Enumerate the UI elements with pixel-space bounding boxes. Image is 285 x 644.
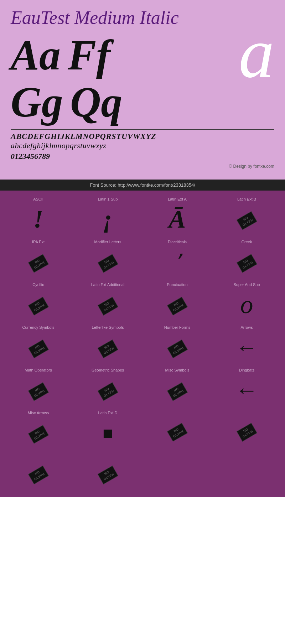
glyph-cell-empty3: NOGLYPH (4, 451, 73, 493)
glyph-cell-cyrillic: Cyrillic NOGLYPH (4, 280, 73, 322)
no-glyph-badge: NOGLYPH (236, 423, 257, 442)
glyph-cell-arrows: Arrows ← (212, 322, 281, 365)
glyph-label: Greek (242, 240, 252, 244)
alphabet-lowercase: abcdefghijklmnopqrstuvwxyz (11, 141, 274, 150)
no-glyph-badge: NOGLYPH (28, 297, 48, 316)
no-glyph-badge: NOGLYPH (97, 340, 118, 359)
no-glyph-badge: NOGLYPH (236, 212, 257, 230)
glyph-label: Letterlike Symbols (92, 325, 124, 329)
specimen-aa: Aa (11, 32, 61, 79)
glyph-label: Latin Ext D (98, 411, 118, 415)
glyph-char-square: ■ (103, 417, 113, 448)
glyph-char-comma: ʼ (174, 246, 181, 277)
glyph-cell-numberforms: Number Forms NOGLYPH (142, 322, 212, 365)
no-glyph-badge: NOGLYPH (28, 466, 48, 485)
no-glyph-badge: NOGLYPH (97, 297, 118, 316)
glyph-label: Modifier Letters (94, 240, 121, 244)
specimen-qq: Qq (70, 79, 123, 126)
glyphs-section: ASCII ! Latin 1 Sup ¡ Latin Ext A Ā Lati… (0, 191, 285, 497)
glyph-cell-letterlike: Letterlike Symbols NOGLYPH (73, 322, 142, 365)
glyph-label: Latin Ext B (237, 197, 256, 201)
glyph-cell-superandsub: Super And Sub o (212, 280, 281, 322)
specimen-ff: Ff (68, 32, 110, 79)
glyph-cell-punctuation: Punctuation NOGLYPH (142, 280, 212, 322)
glyph-char-arrow: ← (236, 332, 258, 363)
glyph-cell-currency: Currency Symbols NOGLYPH (4, 322, 73, 365)
glyph-label: ASCII (33, 197, 43, 201)
glyph-char-exclaim: ! (33, 203, 43, 235)
credit: © Design by fontke.com (11, 164, 274, 169)
glyph-cell-miscsymbols: Misc Symbols NOGLYPH (142, 365, 212, 408)
numbers-row: 0123456789 (11, 152, 274, 161)
glyph-label: Latin Ext A (168, 197, 187, 201)
glyph-label: Currency Symbols (22, 325, 55, 329)
glyph-cell-ipaext: IPA Ext NOGLYPH (4, 237, 73, 280)
glyph-cell-modletters: Modifier Letters NOGLYPH (73, 237, 142, 280)
glyph-cell-empty1: NOGLYPH (142, 408, 212, 451)
top-section: EauTest Medium Italic Aa Ff Gg Qq a ABCD… (0, 0, 285, 180)
font-source-bar: Font Source: http://www.fontke.com/font/… (0, 180, 285, 191)
glyph-label: IPA Ext (32, 240, 45, 244)
glyph-label: Misc Symbols (165, 368, 190, 372)
no-glyph-badge: NOGLYPH (28, 254, 48, 273)
alphabet-uppercase: ABCDEFGHIJKLMNOPQRSTUVWXYZ (11, 132, 274, 141)
glyph-cell-latinexta: Latin Ext A Ā (142, 194, 212, 237)
glyph-char-zero: o (240, 289, 253, 320)
glyph-label: Diacriticals (168, 240, 187, 244)
no-glyph-badge: NOGLYPH (167, 340, 187, 359)
no-glyph-badge: NOGLYPH (97, 254, 118, 273)
no-glyph-badge: NOGLYPH (28, 340, 48, 359)
specimen-gg: Gg (11, 79, 63, 126)
glyph-label: Geometric Shapes (92, 368, 124, 372)
glyph-cell-mathops: Math Operators NOGLYPH (4, 365, 73, 408)
glyph-label: Punctuation (167, 282, 187, 287)
glyph-label: Latin Ext Additional (91, 282, 125, 287)
glyph-cell-empty2: NOGLYPH (212, 408, 281, 451)
glyph-label: Latin 1 Sup (98, 197, 118, 201)
glyph-char-invexclaim: ¡ (103, 203, 113, 235)
glyph-cell-miscarrows: Misc Arrows NOGLYPH (4, 408, 73, 451)
no-glyph-badge: NOGLYPH (97, 383, 118, 401)
glyph-char-amacron: Ā (169, 203, 186, 235)
glyph-label: Misc Arrows (28, 411, 49, 415)
no-glyph-badge: NOGLYPH (167, 423, 187, 442)
glyph-cell-empty4: NOGLYPH (73, 451, 142, 493)
glyph-cell-latinextadd: Latin Ext Additional NOGLYPH (73, 280, 142, 322)
glyph-cell-geoshapes: Geometric Shapes NOGLYPH (73, 365, 142, 408)
glyph-char-dingbat-arrow: ← (235, 374, 258, 406)
glyph-cell-dingbats: Dingbats ← (212, 365, 281, 408)
specimen-large-a: a (239, 21, 274, 85)
font-title: EauTest Medium Italic (11, 7, 274, 28)
glyph-cell-latinextb: Latin Ext B NOGLYPH (212, 194, 281, 237)
glyph-cell-greek: Greek NOGLYPH (212, 237, 281, 280)
glyph-cell-ascii: ASCII ! (4, 194, 73, 237)
no-glyph-badge: NOGLYPH (97, 466, 118, 485)
no-glyph-badge: NOGLYPH (28, 425, 48, 444)
no-glyph-badge: NOGLYPH (167, 297, 187, 316)
no-glyph-badge: NOGLYPH (236, 254, 257, 273)
no-glyph-badge: NOGLYPH (28, 383, 48, 401)
glyph-label: Number Forms (164, 325, 190, 329)
glyph-cell-diacriticals: Diacriticals ʼ (142, 237, 212, 280)
glyph-cell-latin1sup: Latin 1 Sup ¡ (73, 194, 142, 237)
glyph-label: Dingbats (239, 368, 254, 372)
glyph-cell-latinextd: Latin Ext D ■ (73, 408, 142, 451)
glyph-label: Math Operators (25, 368, 52, 372)
glyph-label: Arrows (240, 325, 253, 329)
glyph-label: Cyrillic (32, 282, 44, 287)
glyph-label: Super And Sub (233, 282, 260, 287)
no-glyph-badge: NOGLYPH (167, 383, 187, 401)
